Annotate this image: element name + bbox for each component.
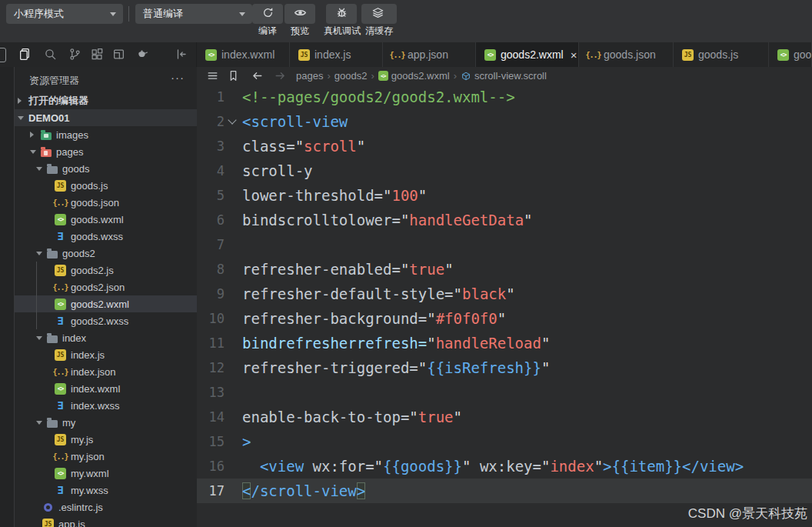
tab-goods.js[interactable]: JSgoods.js [674, 42, 769, 67]
tree-item-images[interactable]: images [15, 126, 197, 143]
tab-app.json[interactable]: {..}app.json [383, 42, 476, 67]
code-line-16[interactable]: 16 <view wx:for="{{goods}}" wx:key="inde… [197, 454, 812, 479]
tab-index.wxml[interactable]: <>index.wxml [197, 42, 290, 67]
code-line-2[interactable]: 2<scroll-view [197, 109, 812, 134]
outline-list-icon[interactable] [206, 69, 219, 82]
preview-button[interactable] [285, 4, 315, 24]
tree-item-label: app.js [58, 519, 85, 527]
code-line-14[interactable]: 14enable-back-to-top="true" [197, 405, 812, 429]
compile-mode-dropdown[interactable]: 普通编译 [135, 4, 252, 24]
tree-item-label: images [56, 129, 88, 141]
bookmark-icon[interactable] [227, 69, 240, 82]
chevron-down-icon[interactable] [36, 167, 47, 171]
tree-item-label: index.wxss [71, 400, 120, 412]
chevron-down-icon[interactable] [30, 150, 41, 154]
tree-item-my.js[interactable]: JSmy.js [15, 431, 197, 448]
files-icon[interactable] [18, 48, 32, 62]
tree-item-index.js[interactable]: JSindex.js [15, 346, 197, 363]
code-line-5[interactable]: 5lower-threshold="100" [197, 183, 812, 208]
chevron-right-icon[interactable] [18, 98, 28, 104]
source-control-icon[interactable] [68, 48, 82, 62]
breadcrumb-item-goods2.wxml[interactable]: <>goods2.wxml [378, 70, 450, 82]
tree-item-index.json[interactable]: {..}index.json [15, 363, 197, 380]
tree-item-my.wxml[interactable]: <>my.wxml [15, 465, 197, 482]
tree-item-label: goods2.json [71, 282, 125, 293]
remote-debug-button[interactable] [326, 4, 357, 24]
collapse-sidebar-icon[interactable] [175, 48, 188, 62]
tree-item-goods.json[interactable]: {..}goods.json [15, 194, 197, 211]
tree-item-goods2.js[interactable]: JSgoods2.js [15, 262, 197, 279]
extensions-icon[interactable] [91, 48, 105, 62]
tree-item-label: my.wxml [71, 468, 109, 479]
tree-item-index.wxml[interactable]: <>index.wxml [15, 380, 197, 397]
code-line-12[interactable]: 12refresher-triggered="{{isRefresh}}" [197, 355, 812, 380]
chevron-right-icon[interactable] [30, 132, 41, 138]
tree-item-label: goods2.wxss [71, 315, 128, 327]
json-file-icon: {..} [587, 49, 599, 61]
wxml-file-icon: <> [55, 383, 66, 395]
tree-item-app.js[interactable]: JSapp.js [15, 515, 197, 527]
js-file-icon: JS [298, 49, 310, 61]
tab-goods.json[interactable]: {..}goods.json [579, 42, 674, 67]
code-line-11[interactable]: 11bindrefresherrefresh="handleReload" [197, 331, 812, 355]
code-editor[interactable]: 1<!--pages/goods2/goods2.wxml-->2<scroll… [197, 85, 812, 527]
tree-item-.eslintrc.js[interactable]: .eslintrc.js [15, 499, 197, 515]
folder-icon [47, 166, 58, 174]
breadcrumb-item-pages[interactable]: pages [296, 70, 323, 82]
mode-dropdown[interactable]: 小程序模式 [6, 4, 123, 24]
tree-item-DEMO01[interactable]: DEMO01 [15, 109, 197, 126]
symbol-cube-icon [461, 71, 471, 82]
code-line-15[interactable]: 15> [197, 429, 812, 454]
code-line-3[interactable]: 3class="scroll" [197, 134, 812, 158]
code-line-8[interactable]: 8refresher-enabled="true" [197, 257, 812, 282]
tree-item-my[interactable]: my [15, 414, 197, 431]
tree-item-goods2.json[interactable]: {..}goods2.json [15, 279, 197, 295]
tree-item-goods2.wxss[interactable]: Ǝgoods2.wxss [15, 312, 197, 329]
code-line-1[interactable]: 1<!--pages/goods2/goods2.wxml--> [197, 85, 812, 109]
tree-item-my.wxss[interactable]: Ǝmy.wxss [15, 482, 197, 499]
code-line-6[interactable]: 6bindscrolltolower="handleGetData" [197, 208, 812, 232]
search-icon[interactable] [44, 48, 58, 62]
navigate-back-icon[interactable] [251, 69, 264, 82]
more-actions-icon[interactable]: ··· [171, 71, 185, 84]
code-line-13[interactable]: 13 [197, 380, 812, 405]
close-icon[interactable]: × [571, 49, 577, 61]
clear-cache-button[interactable] [361, 4, 397, 24]
tab-index.js[interactable]: JSindex.js [290, 42, 383, 67]
tab-goods.wxml[interactable]: <>goods.wxml [769, 42, 812, 67]
tree-item-index.wxss[interactable]: Ǝindex.wxss [15, 397, 197, 414]
folder-icon [47, 251, 58, 258]
tree-item-goods.wxml[interactable]: <>goods.wxml [15, 211, 197, 228]
compile-button[interactable] [252, 4, 283, 24]
code-line-10[interactable]: 10refresher-background="#f0f0f0" [197, 306, 812, 331]
line-number: 6 [197, 212, 225, 228]
code-line-7[interactable]: 7 [197, 232, 812, 257]
breadcrumb-item-scroll-view.scroll[interactable]: scroll-view.scroll [461, 70, 547, 82]
breadcrumb-item-goods2[interactable]: goods2 [334, 70, 368, 82]
code-line-4[interactable]: 4scroll-y [197, 158, 812, 183]
tab-goods2.wxml[interactable]: <>goods2.wxml× [476, 42, 579, 67]
teapot-icon[interactable] [135, 48, 149, 62]
json-file-icon: {..} [391, 49, 403, 61]
chevron-down-icon[interactable] [18, 116, 28, 120]
code-line-9[interactable]: 9refresher-default-style="black" [197, 282, 812, 306]
window-icon[interactable] [112, 48, 126, 62]
code-line-17[interactable]: 17</scroll-view> [197, 479, 812, 503]
tree-item-label: DEMO01 [28, 112, 69, 124]
tree-item-goods.wxss[interactable]: Ǝgoods.wxss [15, 228, 197, 245]
line-number: 16 [197, 459, 225, 474]
tree-item-goods2.wxml[interactable]: <>goods2.wxml [15, 295, 197, 312]
tree-item-my.json[interactable]: {..}my.json [15, 448, 197, 465]
tree-item-打开的编辑器[interactable]: 打开的编辑器 [15, 92, 197, 109]
chevron-down-icon[interactable] [36, 421, 47, 425]
tree-item-goods.js[interactable]: JSgoods.js [15, 177, 197, 194]
tree-item-index[interactable]: index [15, 329, 197, 346]
chevron-down-icon[interactable] [36, 336, 47, 340]
tree-item-goods2[interactable]: goods2 [15, 245, 197, 262]
tree-item-goods[interactable]: goods [15, 160, 197, 177]
chevron-down-icon[interactable] [36, 252, 47, 255]
fold-chevron-icon[interactable] [228, 115, 236, 124]
tree-item-pages[interactable]: pages [15, 143, 197, 160]
js-file-icon: JS [682, 49, 694, 61]
navigate-forward-icon[interactable] [274, 69, 287, 82]
